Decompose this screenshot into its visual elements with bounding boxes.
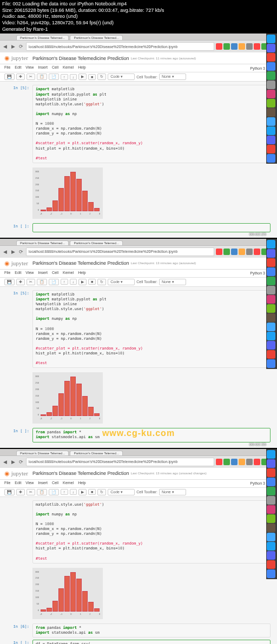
- move-down-button[interactable]: ↓: [70, 279, 77, 285]
- menu-item[interactable]: File: [4, 271, 10, 276]
- kernel-name[interactable]: Python 3: [250, 66, 265, 70]
- menu-item[interactable]: Kernel: [63, 65, 74, 71]
- dock-app-icon[interactable]: [267, 90, 275, 98]
- dock-app-icon[interactable]: [267, 277, 275, 285]
- extension-icon[interactable]: [246, 249, 253, 255]
- dock-app-icon[interactable]: [267, 313, 275, 322]
- menu-item[interactable]: Kernel: [63, 271, 74, 276]
- paste-button[interactable]: 📄: [49, 73, 59, 80]
- dock-app-icon[interactable]: [267, 145, 275, 153]
- move-down-button[interactable]: ↓: [70, 489, 77, 495]
- dock-app-icon[interactable]: [267, 53, 275, 62]
- dock-app-icon[interactable]: [267, 359, 275, 368]
- dock-app-icon[interactable]: [267, 478, 275, 486]
- dock-app-icon[interactable]: [267, 126, 275, 135]
- paste-button[interactable]: 📄: [49, 489, 59, 495]
- cut-button[interactable]: ✂: [27, 279, 35, 285]
- run-button[interactable]: ▶: [78, 279, 87, 285]
- menu-item[interactable]: Edit: [15, 481, 21, 486]
- menu-item[interactable]: Insert: [38, 65, 48, 71]
- notebook-title[interactable]: Parkinson's Disease Telemedicine Predict…: [32, 471, 129, 476]
- back-button[interactable]: ◀: [2, 249, 8, 255]
- browser-tab[interactable]: Parkinson's Disease Telemed...: [70, 35, 122, 40]
- menu-item[interactable]: Help: [78, 271, 85, 276]
- dock-app-icon[interactable]: [267, 267, 275, 276]
- dock-app-icon[interactable]: [267, 332, 275, 340]
- address-bar[interactable]: localhost:8888/notebooks/Parkinson's%20D…: [26, 458, 214, 466]
- dock-app-icon[interactable]: [267, 551, 275, 560]
- notebook-title[interactable]: Parkinson's Disease Telemedicine Predict…: [32, 56, 129, 61]
- jupyter-logo[interactable]: ◉ jupyter: [4, 470, 28, 477]
- forward-button[interactable]: ▶: [10, 459, 16, 465]
- run-button[interactable]: ▶: [78, 73, 87, 80]
- dock-app-icon[interactable]: [267, 323, 275, 331]
- dock-app-icon[interactable]: [267, 99, 275, 108]
- menu-item[interactable]: Insert: [38, 481, 48, 486]
- dock-app-icon[interactable]: [267, 533, 275, 541]
- move-up-button[interactable]: ↑: [61, 74, 68, 80]
- kernel-name[interactable]: Python 3: [250, 271, 265, 275]
- extension-icon[interactable]: [216, 249, 222, 255]
- extension-icon[interactable]: [246, 459, 253, 465]
- dock-app-icon[interactable]: [267, 258, 275, 267]
- jupyter-logo[interactable]: ◉ jupyter: [4, 55, 28, 62]
- menu-item[interactable]: Help: [78, 65, 85, 71]
- save-button[interactable]: 💾: [4, 73, 15, 80]
- forward-button[interactable]: ▶: [10, 249, 16, 255]
- cut-button[interactable]: ✂: [27, 73, 35, 80]
- extension-icon[interactable]: [239, 43, 245, 50]
- menu-item[interactable]: View: [25, 481, 34, 486]
- menu-item[interactable]: Help: [78, 481, 85, 486]
- dock-app-icon[interactable]: [267, 286, 275, 294]
- code-cell[interactable]: matplotlib.style.use('ggplot') import nu…: [32, 500, 271, 564]
- dock-app-icon[interactable]: [267, 240, 275, 249]
- menu-item[interactable]: File: [4, 481, 10, 486]
- extension-icon[interactable]: [223, 459, 230, 465]
- save-button[interactable]: 💾: [4, 489, 15, 495]
- reload-button[interactable]: ⟳: [18, 459, 24, 465]
- extension-icon[interactable]: [246, 43, 253, 50]
- dock-app-icon[interactable]: [267, 505, 275, 514]
- menu-item[interactable]: Cell: [52, 481, 58, 486]
- save-button[interactable]: 💾: [4, 279, 15, 285]
- cell-toolbar-select[interactable]: None ▾: [159, 489, 186, 495]
- extension-icon[interactable]: [254, 459, 260, 465]
- dock-app-icon[interactable]: [267, 560, 275, 569]
- back-button[interactable]: ◀: [2, 459, 8, 465]
- dock-app-icon[interactable]: [267, 71, 275, 80]
- browser-tab[interactable]: Parkinson's Disease Telemed...: [16, 35, 69, 40]
- cell-toolbar-select[interactable]: None ▾: [159, 73, 186, 80]
- cell-toolbar-select[interactable]: None ▾: [159, 279, 186, 285]
- paste-button[interactable]: 📄: [49, 279, 59, 285]
- reload-button[interactable]: ⟳: [18, 249, 24, 255]
- dock-app-icon[interactable]: [267, 62, 275, 71]
- kernel-name[interactable]: Python 3: [250, 481, 265, 485]
- dock-app-icon[interactable]: [267, 459, 275, 468]
- reload-button[interactable]: ⟳: [18, 43, 24, 50]
- menu-item[interactable]: Insert: [38, 271, 48, 276]
- add-cell-button[interactable]: ✚: [16, 489, 25, 495]
- move-up-button[interactable]: ↑: [61, 279, 68, 285]
- add-cell-button[interactable]: ✚: [16, 279, 25, 285]
- move-down-button[interactable]: ↓: [70, 74, 77, 80]
- dock-app-icon[interactable]: [267, 154, 275, 163]
- forward-button[interactable]: ▶: [10, 43, 16, 50]
- browser-tab[interactable]: Parkinson's Disease Telemed...: [70, 240, 122, 245]
- stop-button[interactable]: ■: [88, 489, 96, 495]
- extension-icon[interactable]: [231, 43, 238, 50]
- stop-button[interactable]: ■: [88, 74, 96, 80]
- dock-app-icon[interactable]: [267, 487, 275, 495]
- restart-button[interactable]: ↻: [97, 489, 106, 495]
- cell-type-select[interactable]: Code ▾: [108, 73, 135, 80]
- copy-button[interactable]: 📋: [37, 489, 47, 495]
- dock-app-icon[interactable]: [267, 81, 275, 89]
- stop-button[interactable]: ■: [88, 279, 96, 285]
- extension-icon[interactable]: [254, 249, 260, 255]
- dock-app-icon[interactable]: [267, 524, 275, 532]
- browser-tab[interactable]: Parkinson's Disease Telemed...: [16, 240, 69, 245]
- browser-tab[interactable]: Parkinson's Disease Telemed...: [70, 451, 122, 455]
- cut-button[interactable]: ✂: [27, 489, 35, 495]
- run-button[interactable]: ▶: [78, 489, 87, 495]
- menu-item[interactable]: File: [4, 65, 10, 71]
- extension-icon[interactable]: [223, 43, 230, 50]
